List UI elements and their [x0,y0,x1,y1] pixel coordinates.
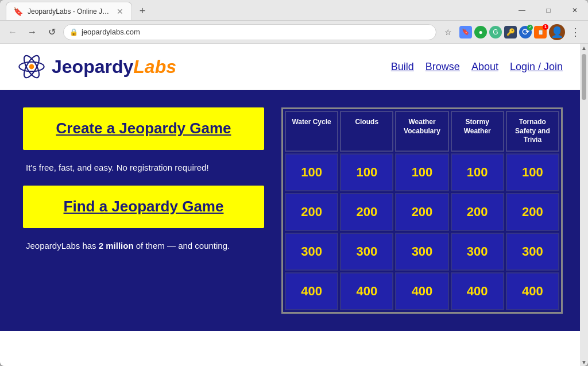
create-game-label: Create a Jeopardy Game [56,120,231,137]
ext-icon-2[interactable]: ● [474,26,487,38]
site-nav: Build Browse About Login / Join [391,61,563,73]
board-cell[interactable]: 400 [340,272,393,310]
create-game-desc: It's free, fast, and easy. No registrati… [23,161,264,175]
board-category: Clouds [340,111,393,152]
board-cell[interactable]: 200 [340,193,393,231]
window-controls: — □ ✕ [509,0,588,20]
forward-button[interactable]: → [24,24,40,40]
board-category: Stormy Weather [451,111,504,152]
url-bar[interactable]: 🔒 jeopardylabs.com [63,24,436,40]
ext-icon-5[interactable]: ⟳ ✓ [519,26,532,38]
board-cell[interactable]: 100 [285,153,338,191]
board-categories: Water CycleCloudsWeather VocabularyStorm… [283,109,561,153]
ext-icon-1[interactable]: 🔖 [459,26,472,38]
board-row: 200200200200200 [285,193,559,231]
board-cell[interactable]: 300 [340,233,393,271]
active-tab[interactable]: 🔖 JeopardyLabs - Online Jeopardy ✕ [6,2,132,20]
board-cell[interactable]: 100 [451,153,504,191]
logo-icon [17,52,46,81]
ext-icon-6[interactable]: 📋 1 [534,26,547,38]
board-cell[interactable]: 300 [506,233,559,271]
svg-point-4 [29,64,34,69]
address-bar: ← → ↺ 🔒 jeopardylabs.com ☆ 🔖 ● G 🔑 ⟳ ✓ 📋… [0,21,588,44]
find-game-label: Find a Jeopardy Game [64,198,224,215]
nav-browse[interactable]: Browse [425,61,460,73]
jeopardy-board: Water CycleCloudsWeather VocabularyStorm… [281,107,563,314]
nav-build[interactable]: Build [391,61,414,73]
hero-left: Create a Jeopardy Game It's free, fast, … [23,107,264,314]
find-game-desc: JeopardyLabs has 2 million of them — and… [23,240,264,253]
board-cell[interactable]: 400 [506,272,559,310]
ext-icon-4[interactable]: 🔑 [504,26,517,38]
tab-favicon: 🔖 [13,7,23,16]
board-cell[interactable]: 200 [395,193,448,231]
extension-icons: 🔖 ● G 🔑 ⟳ ✓ 📋 1 👤 ⋮ [459,24,583,40]
board-cell[interactable]: 400 [285,272,338,310]
content-wrapper: JeopardyLabs Build Browse About Login / … [0,44,588,366]
title-bar: 🔖 JeopardyLabs - Online Jeopardy ✕ + — □… [0,0,588,21]
board-cell[interactable]: 100 [340,153,393,191]
minimize-button[interactable]: — [509,0,535,20]
reload-button[interactable]: ↺ [44,24,60,40]
board-cell[interactable]: 200 [506,193,559,231]
star-icon[interactable]: ☆ [440,24,456,40]
website: JeopardyLabs Build Browse About Login / … [0,44,580,366]
tab-label: JeopardyLabs - Online Jeopardy [28,7,111,16]
hero-section: Create a Jeopardy Game It's free, fast, … [0,90,580,331]
board-cell[interactable]: 200 [285,193,338,231]
menu-icon[interactable]: ⋮ [567,24,583,40]
board-row: 400400400400400 [285,272,559,310]
board-row: 300300300300300 [285,233,559,271]
board-category: Water Cycle [285,111,338,152]
tab-close-icon[interactable]: ✕ [115,6,125,17]
board-category: Tornado Safety and Trivia [506,111,559,152]
board-cell[interactable]: 300 [285,233,338,271]
url-text: jeopardylabs.com [82,28,430,36]
scrollbar-up-arrow[interactable]: ▲ [581,44,587,52]
new-tab-button[interactable]: + [134,3,150,19]
board-cell[interactable]: 300 [395,233,448,271]
create-game-button[interactable]: Create a Jeopardy Game [23,107,264,150]
scrollbar-track[interactable]: ▲ ▼ [580,44,588,366]
maximize-button[interactable]: □ [535,0,562,20]
logo-area: JeopardyLabs [17,52,391,81]
board-row: 100100100100100 [285,153,559,191]
site-header: JeopardyLabs Build Browse About Login / … [0,44,580,90]
find-game-button[interactable]: Find a Jeopardy Game [23,186,264,228]
logo-jeopardy: Jeopardy [52,56,133,77]
lock-icon: 🔒 [69,28,78,36]
board-rows: 1001001001001002002002002002003003003003… [283,153,561,312]
board-category: Weather Vocabulary [395,111,448,152]
user-avatar[interactable]: 👤 [549,24,565,40]
logo-labs: Labs [133,56,176,77]
board-cell[interactable]: 300 [451,233,504,271]
board-cell[interactable]: 100 [506,153,559,191]
nav-login[interactable]: Login / Join [510,61,563,73]
nav-about[interactable]: About [471,61,498,73]
ext-icon-3[interactable]: G [489,26,502,38]
logo-text: JeopardyLabs [52,56,176,78]
scrollbar-down-arrow[interactable]: ▼ [581,358,587,366]
tabs-bar: 🔖 JeopardyLabs - Online Jeopardy ✕ + [0,0,588,20]
board-cell[interactable]: 400 [451,272,504,310]
board-cell[interactable]: 400 [395,272,448,310]
close-button[interactable]: ✕ [562,0,588,20]
board-cell[interactable]: 200 [451,193,504,231]
back-button[interactable]: ← [5,24,21,40]
browser-window: 🔖 JeopardyLabs - Online Jeopardy ✕ + — □… [0,0,588,366]
scrollbar-thumb[interactable] [582,54,586,100]
board-cell[interactable]: 100 [395,153,448,191]
